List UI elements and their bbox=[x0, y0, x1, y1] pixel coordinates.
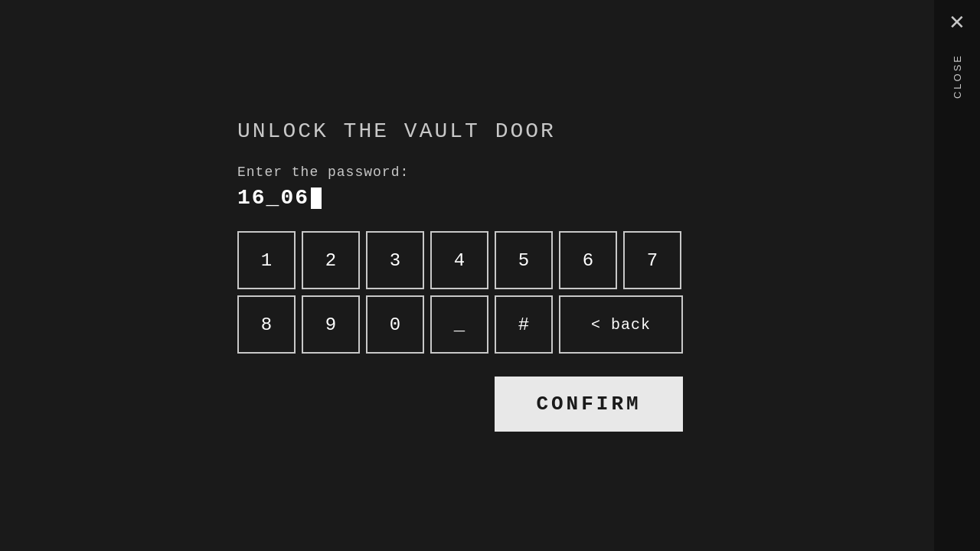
main-container: UNLOCK THE VAULT DOOR Enter the password… bbox=[0, 0, 980, 551]
password-value: 16_06 bbox=[237, 186, 309, 210]
key-0[interactable]: 0 bbox=[366, 295, 424, 354]
password-display: 16_06 bbox=[237, 186, 683, 210]
key-5[interactable]: 5 bbox=[495, 231, 553, 289]
keypad: 1 2 3 4 5 6 7 8 9 0 _ # < back bbox=[237, 231, 683, 354]
close-label: CLOSE bbox=[952, 54, 963, 99]
key-back[interactable]: < back bbox=[559, 295, 683, 354]
close-icon: ✕ bbox=[949, 12, 965, 32]
keypad-row-2: 8 9 0 _ # < back bbox=[237, 295, 683, 354]
key-4[interactable]: 4 bbox=[430, 231, 488, 289]
key-hash[interactable]: # bbox=[495, 295, 553, 354]
key-2[interactable]: 2 bbox=[302, 231, 360, 289]
key-8[interactable]: 8 bbox=[237, 295, 296, 354]
cursor bbox=[311, 187, 322, 209]
confirm-button[interactable]: CONFIRM bbox=[495, 377, 683, 432]
key-9[interactable]: 9 bbox=[302, 295, 360, 354]
close-button[interactable]: ✕ CLOSE bbox=[934, 0, 980, 551]
confirm-row: CONFIRM bbox=[237, 377, 683, 432]
key-underscore[interactable]: _ bbox=[430, 295, 488, 354]
prompt-label: Enter the password: bbox=[237, 165, 683, 180]
key-6[interactable]: 6 bbox=[559, 231, 617, 289]
key-3[interactable]: 3 bbox=[366, 231, 424, 289]
content-panel: UNLOCK THE VAULT DOOR Enter the password… bbox=[237, 119, 683, 432]
keypad-row-1: 1 2 3 4 5 6 7 bbox=[237, 231, 683, 289]
key-1[interactable]: 1 bbox=[237, 231, 296, 289]
page-title: UNLOCK THE VAULT DOOR bbox=[237, 119, 683, 143]
key-7[interactable]: 7 bbox=[623, 231, 681, 289]
